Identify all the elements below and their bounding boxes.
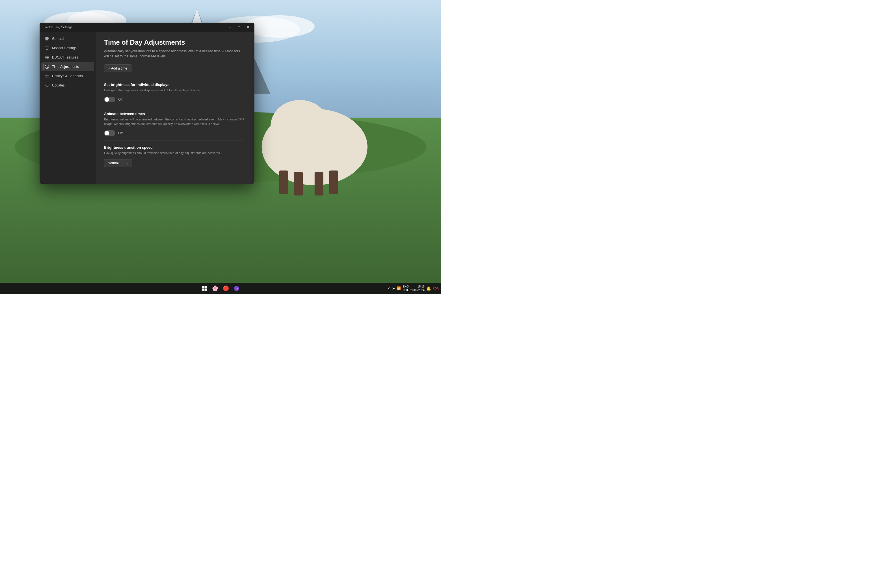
animate-times-toggle-row: Off	[104, 130, 244, 136]
transition-speed-dropdown[interactable]: Normal ▾	[104, 159, 132, 167]
add-time-button[interactable]: + Add a time	[104, 64, 132, 72]
clock-icon	[45, 64, 49, 69]
main-content-area: Time of Day Adjustments Automatically se…	[96, 32, 252, 184]
window-controls: ─ □ ✕	[226, 24, 252, 30]
app-title: Twinkle Tray Settings	[43, 26, 72, 29]
sidebar-item-monitor-label: Monitor Settings	[52, 46, 76, 50]
svg-point-13	[270, 100, 329, 153]
app-window: Twinkle Tray Settings ─ □ ✕ General	[40, 22, 254, 184]
language-indicator: ENGINTL	[402, 285, 409, 292]
notification-bell-icon[interactable]: 🔔	[426, 286, 431, 291]
scrollbar-track[interactable]	[252, 32, 254, 184]
taskbar-center: 🌸 🔴 ⚙	[200, 284, 241, 293]
animate-times-desc: Brightness values will be animated betwe…	[104, 117, 244, 126]
gear-icon	[45, 36, 49, 41]
animate-times-section: Animate between times Brightness values …	[104, 107, 244, 141]
chevron-down-icon: ▾	[127, 162, 129, 165]
transition-speed-desc: How quickly brightness should transition…	[104, 151, 244, 156]
sidebar-item-updates-label: Updates	[52, 83, 65, 87]
clock-time: 18:18	[417, 285, 424, 288]
minimize-button[interactable]: ─	[226, 24, 234, 30]
taskbar-app-purple[interactable]: ⚙	[232, 284, 241, 293]
svg-rect-14	[279, 171, 288, 194]
sidebar-item-ddc-label: DDC/CI Features	[52, 56, 78, 59]
clock-date: 20/06/2024	[411, 288, 424, 292]
svg-rect-16	[315, 172, 323, 195]
tray-chevron-icon[interactable]: ^	[384, 287, 386, 290]
refresh-icon	[45, 83, 49, 88]
animate-times-toggle-label: Off	[118, 131, 123, 135]
taskbar-app-red[interactable]: 🔴	[221, 284, 230, 293]
animate-times-title: Animate between times	[104, 112, 244, 116]
dropdown-value: Normal	[108, 161, 119, 165]
svg-rect-15	[294, 172, 303, 195]
sidebar-item-hotkeys[interactable]: Hotkeys & Shortcuts	[41, 72, 94, 81]
title-bar: Twinkle Tray Settings ─ □ ✕	[40, 22, 254, 32]
sidebar-item-hotkeys-label: Hotkeys & Shortcuts	[52, 74, 83, 78]
sidebar-item-general-label: General	[52, 37, 64, 41]
individual-displays-toggle[interactable]	[104, 97, 116, 102]
sidebar-item-time-label: Time Adjustments	[52, 65, 79, 69]
settings-adjust-icon	[45, 55, 49, 60]
individual-displays-title: Set brightness for individual displays	[104, 82, 244, 87]
system-clock[interactable]: 18:18 20/06/2024	[411, 285, 424, 292]
monitor-icon	[45, 46, 49, 50]
svg-text:⚙: ⚙	[236, 288, 238, 290]
svg-point-4	[244, 15, 315, 38]
page-title: Time of Day Adjustments	[104, 39, 244, 46]
taskbar-right: ^ ☀ ➤ 📶 ENGINTL 18:18 20/06/2024 🔔 XDA	[384, 285, 441, 292]
sidebar-item-updates[interactable]: Updates	[41, 81, 94, 90]
animate-times-toggle[interactable]	[104, 130, 116, 136]
sidebar: General Monitor Settings DDC/CI Feat	[40, 32, 96, 184]
sidebar-item-ddc-ci[interactable]: DDC/CI Features	[41, 53, 94, 62]
close-button[interactable]: ✕	[244, 24, 252, 30]
sidebar-item-time-adjustments[interactable]: Time Adjustments	[41, 62, 94, 71]
transition-speed-section: Brightness transition speed How quickly …	[104, 141, 244, 172]
taskbar-app-flower[interactable]: 🌸	[211, 284, 220, 293]
sidebar-item-monitor-settings[interactable]: Monitor Settings	[41, 44, 94, 52]
sidebar-item-general[interactable]: General	[41, 34, 94, 43]
brightness-tray-icon[interactable]: ☀	[387, 286, 390, 290]
individual-displays-toggle-label: Off	[118, 98, 123, 102]
send-tray-icon[interactable]: ➤	[392, 286, 395, 290]
individual-displays-toggle-row: Off	[104, 97, 244, 102]
individual-displays-section: Set brightness for individual displays C…	[104, 78, 244, 107]
start-button[interactable]	[200, 284, 209, 293]
individual-displays-desc: Configure the brightness per display ins…	[104, 88, 244, 93]
window-body: General Monitor Settings DDC/CI Feat	[40, 32, 254, 184]
page-subtitle: Automatically set your monitors to a spe…	[104, 49, 244, 59]
maximize-button[interactable]: □	[235, 24, 243, 30]
transition-speed-title: Brightness transition speed	[104, 145, 244, 150]
keyboard-icon	[45, 74, 49, 78]
svg-rect-17	[329, 171, 338, 194]
wifi-icon[interactable]: 📶	[397, 286, 401, 290]
taskbar: 🌸 🔴 ⚙ ^ ☀ ➤ 📶 ENGINTL 18:18 20/06/2024 🔔…	[0, 283, 441, 294]
xda-logo: XDA	[433, 287, 439, 290]
